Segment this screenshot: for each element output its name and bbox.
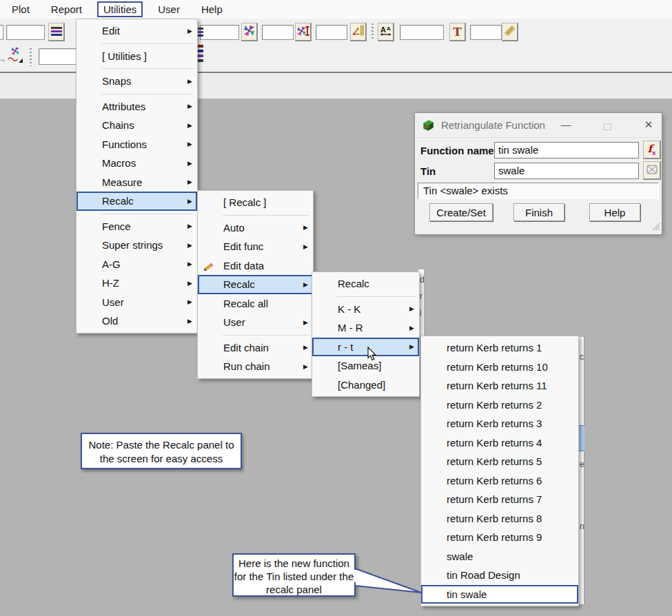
toolbar-input-partial[interactable] <box>0 25 3 40</box>
menu-item[interactable]: Macros ▶ <box>77 154 197 173</box>
menubar-item[interactable]: Plot <box>6 1 36 17</box>
resize-grip[interactable] <box>651 221 660 233</box>
menu-item[interactable]: H-Z ▶ <box>77 274 197 293</box>
measure-tool-button[interactable] <box>502 23 518 41</box>
menu-item[interactable]: Measure ▶ <box>77 173 197 192</box>
menubar-item[interactable]: Help <box>195 1 229 17</box>
menubar-item[interactable]: User <box>152 1 186 17</box>
menu-item[interactable]: return Kerb returns 8 <box>421 509 578 528</box>
menu-item-label: Snaps <box>102 75 132 87</box>
function-picker-button[interactable]: fx <box>643 141 661 159</box>
menu-item[interactable]: return Kerb returns 10 <box>421 358 578 377</box>
minimize-icon[interactable]: — <box>558 119 573 132</box>
menu-item-icon-slot <box>427 589 439 600</box>
menu-item[interactable]: Fence ▶ <box>77 217 197 236</box>
submenu-arrow-icon: ▶ <box>187 280 192 287</box>
dialog-titlebar[interactable]: 12d Retriangulate Function — ✕ <box>415 113 662 138</box>
menu-item-label: [ Utilities ] <box>102 50 147 62</box>
menubar-item-label: User <box>158 3 180 15</box>
menu-item[interactable]: return Kerb returns 1 <box>421 338 578 358</box>
recalc-height-tool-button[interactable] <box>295 23 312 41</box>
menu-item-label: return Kerb returns 4 <box>447 437 542 449</box>
menu-item[interactable]: tin swale <box>421 585 578 604</box>
recalc-tool-button[interactable] <box>241 23 258 41</box>
string-recalc-tool[interactable] <box>7 45 25 65</box>
menu-item[interactable]: return Kerb returns 6 <box>421 471 578 491</box>
menu-item[interactable]: User ▶ <box>77 293 197 312</box>
menu-item[interactable]: Recalc ▶ <box>198 275 313 294</box>
toolbar-input-3[interactable] <box>262 25 294 40</box>
help-button[interactable]: Help <box>589 203 640 221</box>
menu-item[interactable]: Old ▶ <box>77 311 197 331</box>
menu-item[interactable]: Snaps ▶ <box>77 72 197 91</box>
menu-item[interactable]: Edit ▶ <box>77 21 197 41</box>
menu-item[interactable]: [Sameas] <box>312 356 419 376</box>
menu-item-icon-slot <box>318 380 330 391</box>
menu-item[interactable]: Auto ▶ <box>198 218 313 238</box>
menu-item[interactable]: r - t ▶ <box>312 338 419 357</box>
toolbar-input-5[interactable] <box>400 25 444 40</box>
menu-item[interactable]: tin Road Design <box>421 566 578 585</box>
dialog-message: Tin <swale> exists <box>418 183 659 199</box>
create-set-button[interactable]: Create/Set <box>429 203 493 221</box>
menu-item[interactable]: return Kerb returns 5 <box>421 452 578 471</box>
ruler-icon <box>504 25 516 39</box>
toolbar-input-2[interactable] <box>200 25 239 40</box>
menu-item[interactable]: return Kerb returns 11 <box>421 376 578 396</box>
menu-item-label: User <box>102 296 124 308</box>
menu-item[interactable]: Recalc <box>312 274 419 294</box>
submenu-arrow-icon: ▶ <box>409 325 414 331</box>
text-tool-button[interactable]: T <box>449 23 466 41</box>
menu-item[interactable]: Super strings ▶ <box>77 236 197 255</box>
menu-item[interactable]: return Kerb returns 2 <box>421 396 578 415</box>
function-name-field[interactable]: tin swale <box>494 142 639 158</box>
toolbar-input-6[interactable] <box>470 25 502 40</box>
menu-item[interactable]: K - K ▶ <box>312 300 419 319</box>
menu-item[interactable]: return Kerb returns 3 <box>421 414 578 433</box>
submenu-arrow-icon: ▶ <box>303 281 308 288</box>
menu-item[interactable]: Run chain ▶ <box>198 357 313 376</box>
line-style-button[interactable] <box>48 23 65 41</box>
submenu-arrow-icon: ▶ <box>187 298 192 305</box>
menu-item[interactable]: [Changed] <box>312 376 419 395</box>
menu-item[interactable]: return Kerb returns 7 <box>421 490 578 509</box>
menu-item[interactable]: A-G ▶ <box>77 255 197 274</box>
angle-measure-button[interactable] <box>350 23 367 41</box>
finish-button[interactable]: Finish <box>513 203 564 221</box>
menu-item-label: return Kerb returns 3 <box>447 418 542 429</box>
maximize-icon[interactable] <box>600 121 615 134</box>
menu-item[interactable]: Recalc ▶ <box>77 192 197 211</box>
toolbar-input-1[interactable] <box>6 25 45 40</box>
menu-item-icon-slot <box>318 304 330 315</box>
close-icon[interactable]: ✕ <box>641 119 656 132</box>
menubar-item[interactable]: Utilities <box>97 1 143 17</box>
menu-item[interactable]: User ▶ <box>198 313 313 332</box>
text-height-button[interactable]: AA <box>378 23 394 41</box>
submenu-arrow-icon: ▶ <box>303 344 308 351</box>
menu-item-icon-slot <box>82 120 94 131</box>
menu-item[interactable]: Chains ▶ <box>77 116 197 135</box>
menu-item[interactable]: Recalc all <box>198 294 313 314</box>
arrow-cursor-icon <box>367 347 377 363</box>
menu-item[interactable]: Functions ▶ <box>77 135 197 154</box>
menu-separator <box>101 94 194 94</box>
function-name-label: Function name <box>420 145 494 156</box>
menu-item[interactable]: swale <box>421 547 578 566</box>
menu-item[interactable]: Edit data <box>198 256 313 276</box>
menu-item-label: r - t <box>338 341 354 353</box>
menu-item[interactable]: [ Recalc ] <box>198 193 313 212</box>
menu-item[interactable]: [ Utilities ] <box>77 47 197 66</box>
menu-item[interactable]: return Kerb returns 9 <box>421 528 578 547</box>
submenu-arrow-icon: ▶ <box>187 160 192 167</box>
toolbar-input-4[interactable] <box>316 25 347 40</box>
menu-item-label: Super strings <box>102 239 163 251</box>
tin-picker-button[interactable] <box>643 161 661 180</box>
menu-item[interactable]: return Kerb returns 4 <box>421 433 578 453</box>
menu-item-label: Functions <box>102 138 147 150</box>
menu-item[interactable]: M - R ▶ <box>312 318 419 338</box>
menubar-item[interactable]: Report <box>45 1 88 17</box>
menu-item[interactable]: Edit func ▶ <box>198 237 313 256</box>
menu-item[interactable]: Edit chain ▶ <box>198 338 313 358</box>
menu-item[interactable]: Attributes ▶ <box>77 97 197 116</box>
tin-field[interactable]: swale <box>494 163 639 179</box>
